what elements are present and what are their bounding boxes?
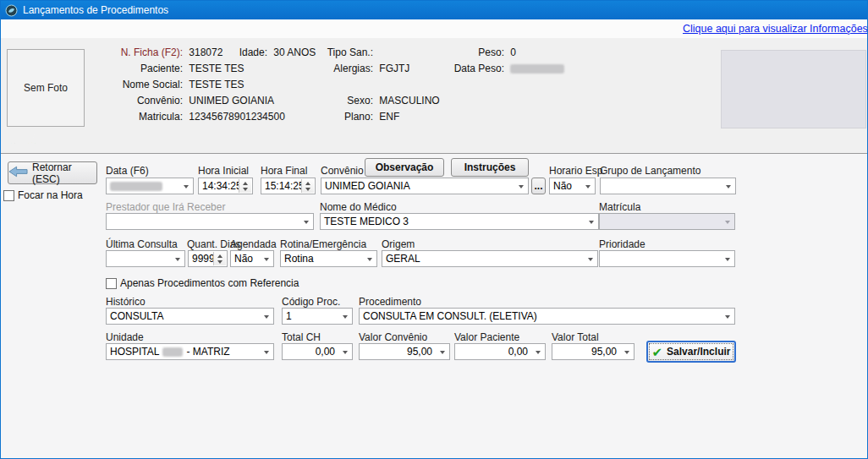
- prioridade-combobox[interactable]: [599, 250, 735, 267]
- hora-final-spinner[interactable]: 15:14:25: [261, 178, 316, 194]
- historico-combobox[interactable]: CONSULTA: [106, 308, 274, 325]
- agendada-combobox[interactable]: Não: [230, 250, 274, 267]
- tab-label-exames: Exames (Alt E): [11, 136, 40, 154]
- convenio-ellipsis-button[interactable]: ...: [531, 178, 546, 194]
- ultima-consulta-combobox[interactable]: [106, 250, 185, 267]
- tab-label-consultas: Consultas (Alt C): [28, 134, 57, 154]
- ultima-consulta-label: Última Consulta: [106, 238, 178, 250]
- instrucoes-button[interactable]: Instruções: [451, 158, 529, 177]
- valor-total-value: 95,00: [591, 346, 617, 358]
- convenio-form-label: Convênio: [321, 165, 364, 177]
- valor-convenio-label: Valor Convênio: [359, 331, 427, 343]
- valor-total-field[interactable]: 95,00: [552, 343, 635, 360]
- chevron-down-icon: [519, 185, 524, 189]
- retornar-button[interactable]: Retornar (ESC): [8, 161, 97, 184]
- historico-value: CONSULTA: [110, 310, 164, 322]
- rotina-emergencia-label: Rotina/Emergência: [280, 238, 366, 250]
- chevron-down-icon: [343, 315, 348, 319]
- prestador-combobox[interactable]: [106, 213, 314, 230]
- grupo-lancamento-label: Grupo de Lançamento: [600, 165, 700, 177]
- spinner-arrows-icon[interactable]: [239, 179, 251, 193]
- titlebar: Lançamentos de Procedimentos: [1, 1, 867, 19]
- procedimento-label: Procedimento: [359, 296, 421, 308]
- plano-value: ENF: [379, 111, 399, 123]
- nome-social-label: Nome Social:: [69, 79, 183, 90]
- agendada-value: Não: [234, 253, 253, 265]
- valor-convenio-value: 95,00: [407, 346, 432, 358]
- tab-strip: Materiais e Medicamentos (Alt M)Exames (…: [1, 134, 867, 154]
- origem-value: GERAL: [386, 253, 420, 265]
- chevron-down-icon: [304, 221, 309, 224]
- nome-medico-combobox[interactable]: TESTE MEDICO 3: [320, 213, 599, 230]
- unidade-combobox[interactable]: HOSPITAL - MATRIZ: [106, 343, 274, 360]
- valor-paciente-label: Valor Paciente: [454, 331, 519, 343]
- paciente-field: Paciente: TESTE TES: [69, 63, 244, 74]
- chevron-down-icon: [440, 351, 445, 354]
- valor-paciente-field[interactable]: 0,00: [454, 343, 546, 360]
- checkbox-box[interactable]: [3, 190, 14, 201]
- back-arrow-icon: [8, 166, 28, 180]
- focar-na-hora-checkbox[interactable]: Focar na Hora: [3, 189, 83, 201]
- chevron-down-icon: [726, 185, 731, 189]
- quant-dias-spinner[interactable]: 999999: [188, 250, 228, 267]
- hora-inicial-spinner[interactable]: 14:34:25: [198, 178, 253, 194]
- idade-label: Idade:: [208, 46, 267, 58]
- convenio-form-value: UNIMED GOIANIA: [325, 180, 410, 192]
- prestador-label: Prestador que Irá Receber: [106, 201, 225, 213]
- horario-esp-label: Horario Esp.: [549, 165, 606, 177]
- matricula-form-combobox-disabled: [599, 213, 735, 230]
- chevron-down-icon: [264, 351, 269, 354]
- matricula-paciente-label: Matricula:: [69, 111, 183, 123]
- checkbox-box[interactable]: [106, 278, 117, 289]
- link-bar: Clique aqui para visualizar Informações …: [1, 19, 867, 38]
- hora-inicial-label: Hora Inicial: [198, 165, 249, 177]
- spinner-arrows-icon[interactable]: [213, 252, 226, 265]
- tab-label-pacotes: Pacotes (Alt P): [25, 136, 53, 154]
- hora-final-label: Hora Final: [261, 165, 307, 177]
- unidade-label: Unidade: [106, 331, 144, 343]
- chevron-down-icon: [343, 351, 348, 354]
- historico-label: Histórico: [106, 296, 146, 308]
- unidade-prefix: HOSPITAL: [110, 346, 159, 358]
- observacao-button[interactable]: Observação: [365, 158, 444, 177]
- tab-label-diarias: Diárias e Taxas (Alt D): [14, 136, 43, 154]
- tipo-san-label: Tipo San.:: [282, 46, 373, 58]
- nome-social-field: Nome Social: TESTE TES: [69, 79, 244, 90]
- apenas-referencia-checkbox[interactable]: Apenas Procedimentos com Referencia: [106, 277, 299, 289]
- codigo-proc-combobox[interactable]: 1: [282, 308, 353, 325]
- chevron-down-icon: [725, 221, 730, 224]
- rotina-emergencia-value: Rotina: [284, 253, 314, 265]
- app-window: Lançamentos de Procedimentos Clique aqui…: [0, 0, 868, 459]
- patient-info-link[interactable]: Clique aqui para visualizar Informações …: [683, 23, 867, 35]
- convenio-label: Convênio:: [69, 95, 183, 107]
- spinner-arrows-icon[interactable]: [301, 179, 314, 193]
- valor-paciente-value: 0,00: [508, 346, 528, 358]
- valor-convenio-field[interactable]: 95,00: [359, 343, 450, 360]
- green-check-icon: ✔: [652, 346, 663, 358]
- convenio-combobox[interactable]: UNIMED GOIANIA: [321, 178, 529, 194]
- alergias-field: Alergias: FGJTJ: [282, 63, 409, 74]
- right-empty-panel: [721, 50, 866, 128]
- horario-esp-combobox[interactable]: Não: [549, 178, 596, 194]
- tab-label-materiais: Materiais e Medicamentos (Alt M): [8, 136, 36, 154]
- procedimento-combobox[interactable]: CONSULTA EM CONSULT. (ELETIVA): [359, 308, 735, 325]
- total-ch-label: Total CH: [282, 331, 321, 343]
- chevron-down-icon: [588, 258, 593, 261]
- convenio-value: UNIMED GOIANIA: [189, 95, 274, 107]
- matricula-paciente-field: Matricula: 12345678901234500: [69, 111, 285, 123]
- origem-combobox[interactable]: GERAL: [382, 250, 598, 267]
- patient-header: Sem Foto N. Ficha (F2): 318072 Idade: 30…: [1, 38, 867, 134]
- matricula-form-label: Matrícula: [599, 201, 640, 213]
- grupo-lancamento-combobox[interactable]: [600, 178, 736, 194]
- sexo-label: Sexo:: [282, 95, 373, 107]
- rotina-emergencia-combobox[interactable]: Rotina: [280, 250, 377, 267]
- valor-total-label: Valor Total: [552, 331, 599, 343]
- total-ch-field[interactable]: 0,00: [282, 343, 353, 360]
- paciente-label: Paciente:: [69, 63, 183, 74]
- agendada-label: Agendada: [230, 238, 277, 250]
- nome-social-value: TESTE TES: [189, 79, 244, 90]
- hora-inicial-value: 14:34:25: [202, 180, 242, 192]
- chevron-down-icon: [725, 258, 730, 261]
- data-f6-combobox[interactable]: [106, 178, 194, 194]
- salvar-incluir-button[interactable]: ✔ Salvar/Incluir: [646, 341, 736, 363]
